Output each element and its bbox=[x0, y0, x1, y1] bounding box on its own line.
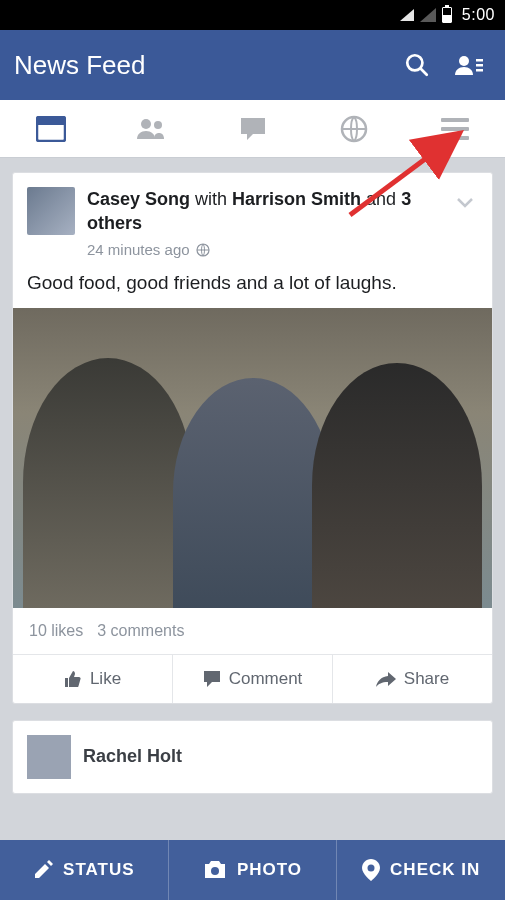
post-menu-button[interactable] bbox=[452, 187, 478, 260]
friends-icon bbox=[135, 117, 169, 141]
feed-icon bbox=[36, 116, 66, 142]
svg-line-1 bbox=[421, 69, 427, 75]
cell-signal-icon bbox=[420, 8, 436, 22]
search-button[interactable] bbox=[395, 43, 439, 87]
wifi-icon bbox=[400, 9, 414, 21]
post-byline[interactable]: Casey Song with Harrison Smith and 3 oth… bbox=[87, 187, 452, 236]
post-card: Casey Song with Harrison Smith and 3 oth… bbox=[12, 172, 493, 704]
location-pin-icon bbox=[362, 859, 380, 881]
tab-bar bbox=[0, 100, 505, 158]
author-avatar[interactable] bbox=[27, 735, 71, 779]
post-actions: Like Comment Share bbox=[13, 654, 492, 703]
tab-messages[interactable] bbox=[202, 100, 303, 157]
friend-requests-icon bbox=[454, 52, 484, 78]
svg-rect-12 bbox=[441, 127, 469, 131]
compose-checkin-button[interactable]: CHECK IN bbox=[336, 840, 505, 900]
comment-icon bbox=[203, 670, 221, 688]
search-icon bbox=[404, 52, 430, 78]
svg-rect-13 bbox=[441, 136, 469, 140]
globe-icon bbox=[340, 115, 368, 143]
svg-rect-3 bbox=[476, 59, 483, 62]
svg-rect-5 bbox=[476, 69, 483, 72]
post-card: Rachel Holt bbox=[12, 720, 493, 794]
tab-news-feed[interactable] bbox=[0, 100, 101, 157]
svg-rect-7 bbox=[37, 117, 65, 125]
hamburger-icon bbox=[441, 118, 469, 140]
messages-icon bbox=[239, 116, 267, 142]
tab-menu[interactable] bbox=[404, 100, 505, 157]
chevron-down-icon bbox=[456, 197, 474, 209]
composer-bar: STATUS PHOTO CHECK IN bbox=[0, 840, 505, 900]
svg-rect-11 bbox=[441, 118, 469, 122]
camera-icon bbox=[203, 860, 227, 880]
like-icon bbox=[64, 670, 82, 688]
privacy-public-icon bbox=[196, 243, 210, 257]
post-photo[interactable] bbox=[13, 308, 492, 608]
post-header: Casey Song with Harrison Smith and 3 oth… bbox=[13, 173, 492, 268]
svg-rect-4 bbox=[476, 64, 483, 67]
author-avatar[interactable] bbox=[27, 187, 75, 235]
svg-point-8 bbox=[141, 119, 151, 129]
app-bar: News Feed bbox=[0, 30, 505, 100]
author-name[interactable]: Rachel Holt bbox=[83, 746, 182, 767]
clock-time: 5:00 bbox=[462, 6, 495, 24]
share-icon bbox=[376, 671, 396, 687]
battery-icon bbox=[442, 7, 452, 23]
comment-button[interactable]: Comment bbox=[172, 655, 332, 703]
svg-point-2 bbox=[459, 56, 469, 66]
tab-friends[interactable] bbox=[101, 100, 202, 157]
likes-count[interactable]: 10 likes bbox=[29, 622, 83, 640]
friend-requests-button[interactable] bbox=[447, 43, 491, 87]
comments-count[interactable]: 3 comments bbox=[97, 622, 184, 640]
page-title: News Feed bbox=[14, 50, 387, 81]
compose-status-button[interactable]: STATUS bbox=[0, 840, 168, 900]
svg-point-15 bbox=[211, 867, 219, 875]
post-stats[interactable]: 10 likes 3 comments bbox=[13, 608, 492, 654]
share-button[interactable]: Share bbox=[332, 655, 492, 703]
svg-point-9 bbox=[154, 121, 162, 129]
svg-point-16 bbox=[368, 865, 375, 872]
compose-photo-button[interactable]: PHOTO bbox=[168, 840, 337, 900]
tab-notifications[interactable] bbox=[303, 100, 404, 157]
news-feed[interactable]: Casey Song with Harrison Smith and 3 oth… bbox=[0, 158, 505, 900]
post-text: Good food, good friends and a lot of lau… bbox=[13, 268, 492, 308]
author-name[interactable]: Casey Song bbox=[87, 189, 190, 209]
like-button[interactable]: Like bbox=[13, 655, 172, 703]
pencil-icon bbox=[33, 860, 53, 880]
device-status-bar: 5:00 bbox=[0, 0, 505, 30]
tagged-name[interactable]: Harrison Smith bbox=[232, 189, 361, 209]
post-timestamp: 24 minutes ago bbox=[87, 240, 190, 260]
